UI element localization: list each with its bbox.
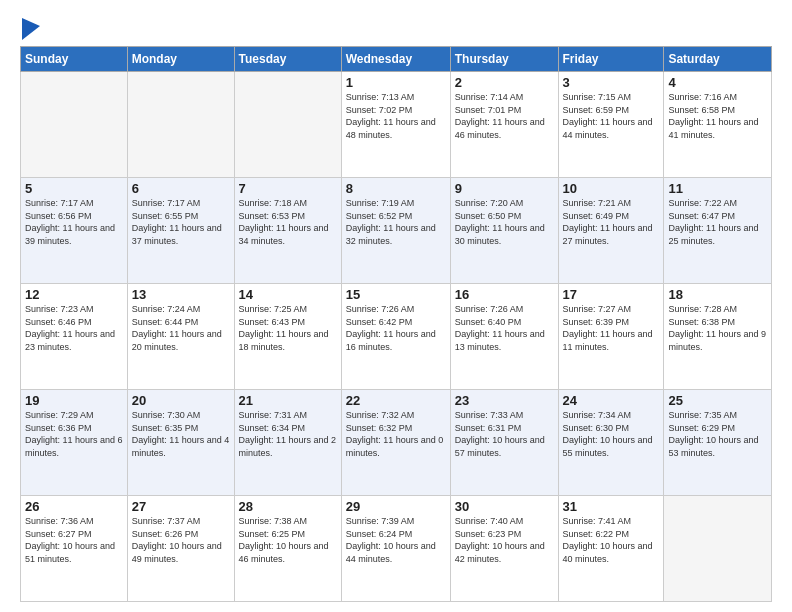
- calendar-day-cell: 17Sunrise: 7:27 AM Sunset: 6:39 PM Dayli…: [558, 284, 664, 390]
- calendar-day-cell: 4Sunrise: 7:16 AM Sunset: 6:58 PM Daylig…: [664, 72, 772, 178]
- day-info: Sunrise: 7:41 AM Sunset: 6:22 PM Dayligh…: [563, 515, 660, 565]
- day-info: Sunrise: 7:20 AM Sunset: 6:50 PM Dayligh…: [455, 197, 554, 247]
- header: [20, 18, 772, 36]
- calendar-day-cell: [234, 72, 341, 178]
- day-number: 26: [25, 499, 123, 514]
- day-info: Sunrise: 7:26 AM Sunset: 6:40 PM Dayligh…: [455, 303, 554, 353]
- calendar-day-header: Tuesday: [234, 47, 341, 72]
- day-number: 14: [239, 287, 337, 302]
- day-info: Sunrise: 7:37 AM Sunset: 6:26 PM Dayligh…: [132, 515, 230, 565]
- calendar-day-cell: 13Sunrise: 7:24 AM Sunset: 6:44 PM Dayli…: [127, 284, 234, 390]
- calendar-day-cell: 8Sunrise: 7:19 AM Sunset: 6:52 PM Daylig…: [341, 178, 450, 284]
- day-number: 6: [132, 181, 230, 196]
- day-number: 10: [563, 181, 660, 196]
- calendar-day-cell: 5Sunrise: 7:17 AM Sunset: 6:56 PM Daylig…: [21, 178, 128, 284]
- logo-icon: [22, 18, 40, 40]
- calendar-day-cell: [664, 496, 772, 602]
- calendar-week-row: 19Sunrise: 7:29 AM Sunset: 6:36 PM Dayli…: [21, 390, 772, 496]
- calendar-week-row: 26Sunrise: 7:36 AM Sunset: 6:27 PM Dayli…: [21, 496, 772, 602]
- day-number: 31: [563, 499, 660, 514]
- calendar-day-cell: 6Sunrise: 7:17 AM Sunset: 6:55 PM Daylig…: [127, 178, 234, 284]
- day-number: 15: [346, 287, 446, 302]
- day-info: Sunrise: 7:19 AM Sunset: 6:52 PM Dayligh…: [346, 197, 446, 247]
- day-info: Sunrise: 7:17 AM Sunset: 6:55 PM Dayligh…: [132, 197, 230, 247]
- day-number: 17: [563, 287, 660, 302]
- day-number: 2: [455, 75, 554, 90]
- svg-marker-0: [22, 18, 40, 40]
- day-info: Sunrise: 7:22 AM Sunset: 6:47 PM Dayligh…: [668, 197, 767, 247]
- day-info: Sunrise: 7:13 AM Sunset: 7:02 PM Dayligh…: [346, 91, 446, 141]
- day-info: Sunrise: 7:27 AM Sunset: 6:39 PM Dayligh…: [563, 303, 660, 353]
- calendar-day-header: Monday: [127, 47, 234, 72]
- calendar-week-row: 5Sunrise: 7:17 AM Sunset: 6:56 PM Daylig…: [21, 178, 772, 284]
- day-info: Sunrise: 7:16 AM Sunset: 6:58 PM Dayligh…: [668, 91, 767, 141]
- calendar-day-cell: 14Sunrise: 7:25 AM Sunset: 6:43 PM Dayli…: [234, 284, 341, 390]
- calendar-day-cell: 28Sunrise: 7:38 AM Sunset: 6:25 PM Dayli…: [234, 496, 341, 602]
- day-number: 19: [25, 393, 123, 408]
- day-info: Sunrise: 7:33 AM Sunset: 6:31 PM Dayligh…: [455, 409, 554, 459]
- calendar-day-header: Friday: [558, 47, 664, 72]
- calendar-day-cell: [21, 72, 128, 178]
- calendar-day-cell: 22Sunrise: 7:32 AM Sunset: 6:32 PM Dayli…: [341, 390, 450, 496]
- calendar-day-cell: 26Sunrise: 7:36 AM Sunset: 6:27 PM Dayli…: [21, 496, 128, 602]
- day-number: 20: [132, 393, 230, 408]
- calendar-day-cell: [127, 72, 234, 178]
- calendar-day-cell: 25Sunrise: 7:35 AM Sunset: 6:29 PM Dayli…: [664, 390, 772, 496]
- day-number: 4: [668, 75, 767, 90]
- day-info: Sunrise: 7:39 AM Sunset: 6:24 PM Dayligh…: [346, 515, 446, 565]
- day-number: 12: [25, 287, 123, 302]
- calendar-day-header: Wednesday: [341, 47, 450, 72]
- day-number: 30: [455, 499, 554, 514]
- day-info: Sunrise: 7:32 AM Sunset: 6:32 PM Dayligh…: [346, 409, 446, 459]
- day-number: 3: [563, 75, 660, 90]
- day-number: 8: [346, 181, 446, 196]
- calendar-day-cell: 15Sunrise: 7:26 AM Sunset: 6:42 PM Dayli…: [341, 284, 450, 390]
- day-info: Sunrise: 7:30 AM Sunset: 6:35 PM Dayligh…: [132, 409, 230, 459]
- calendar-day-cell: 31Sunrise: 7:41 AM Sunset: 6:22 PM Dayli…: [558, 496, 664, 602]
- day-info: Sunrise: 7:14 AM Sunset: 7:01 PM Dayligh…: [455, 91, 554, 141]
- calendar-day-header: Sunday: [21, 47, 128, 72]
- calendar-day-cell: 1Sunrise: 7:13 AM Sunset: 7:02 PM Daylig…: [341, 72, 450, 178]
- page: SundayMondayTuesdayWednesdayThursdayFrid…: [0, 0, 792, 612]
- calendar-day-cell: 18Sunrise: 7:28 AM Sunset: 6:38 PM Dayli…: [664, 284, 772, 390]
- day-info: Sunrise: 7:21 AM Sunset: 6:49 PM Dayligh…: [563, 197, 660, 247]
- calendar-day-cell: 3Sunrise: 7:15 AM Sunset: 6:59 PM Daylig…: [558, 72, 664, 178]
- day-info: Sunrise: 7:35 AM Sunset: 6:29 PM Dayligh…: [668, 409, 767, 459]
- day-number: 23: [455, 393, 554, 408]
- calendar-week-row: 12Sunrise: 7:23 AM Sunset: 6:46 PM Dayli…: [21, 284, 772, 390]
- day-number: 24: [563, 393, 660, 408]
- day-info: Sunrise: 7:24 AM Sunset: 6:44 PM Dayligh…: [132, 303, 230, 353]
- day-number: 21: [239, 393, 337, 408]
- day-info: Sunrise: 7:40 AM Sunset: 6:23 PM Dayligh…: [455, 515, 554, 565]
- calendar-day-cell: 24Sunrise: 7:34 AM Sunset: 6:30 PM Dayli…: [558, 390, 664, 496]
- day-info: Sunrise: 7:23 AM Sunset: 6:46 PM Dayligh…: [25, 303, 123, 353]
- calendar-day-cell: 27Sunrise: 7:37 AM Sunset: 6:26 PM Dayli…: [127, 496, 234, 602]
- calendar-day-header: Thursday: [450, 47, 558, 72]
- calendar-day-cell: 19Sunrise: 7:29 AM Sunset: 6:36 PM Dayli…: [21, 390, 128, 496]
- calendar-day-header: Saturday: [664, 47, 772, 72]
- calendar-day-cell: 11Sunrise: 7:22 AM Sunset: 6:47 PM Dayli…: [664, 178, 772, 284]
- calendar-day-cell: 12Sunrise: 7:23 AM Sunset: 6:46 PM Dayli…: [21, 284, 128, 390]
- calendar-day-cell: 9Sunrise: 7:20 AM Sunset: 6:50 PM Daylig…: [450, 178, 558, 284]
- calendar-day-cell: 21Sunrise: 7:31 AM Sunset: 6:34 PM Dayli…: [234, 390, 341, 496]
- day-number: 7: [239, 181, 337, 196]
- day-number: 25: [668, 393, 767, 408]
- day-info: Sunrise: 7:38 AM Sunset: 6:25 PM Dayligh…: [239, 515, 337, 565]
- day-number: 1: [346, 75, 446, 90]
- calendar-day-cell: 30Sunrise: 7:40 AM Sunset: 6:23 PM Dayli…: [450, 496, 558, 602]
- calendar-day-cell: 20Sunrise: 7:30 AM Sunset: 6:35 PM Dayli…: [127, 390, 234, 496]
- day-number: 16: [455, 287, 554, 302]
- day-number: 27: [132, 499, 230, 514]
- calendar-week-row: 1Sunrise: 7:13 AM Sunset: 7:02 PM Daylig…: [21, 72, 772, 178]
- day-number: 5: [25, 181, 123, 196]
- day-number: 9: [455, 181, 554, 196]
- day-info: Sunrise: 7:31 AM Sunset: 6:34 PM Dayligh…: [239, 409, 337, 459]
- calendar-day-cell: 7Sunrise: 7:18 AM Sunset: 6:53 PM Daylig…: [234, 178, 341, 284]
- day-number: 29: [346, 499, 446, 514]
- calendar-day-cell: 10Sunrise: 7:21 AM Sunset: 6:49 PM Dayli…: [558, 178, 664, 284]
- day-info: Sunrise: 7:25 AM Sunset: 6:43 PM Dayligh…: [239, 303, 337, 353]
- calendar-table: SundayMondayTuesdayWednesdayThursdayFrid…: [20, 46, 772, 602]
- day-info: Sunrise: 7:29 AM Sunset: 6:36 PM Dayligh…: [25, 409, 123, 459]
- day-number: 18: [668, 287, 767, 302]
- day-info: Sunrise: 7:15 AM Sunset: 6:59 PM Dayligh…: [563, 91, 660, 141]
